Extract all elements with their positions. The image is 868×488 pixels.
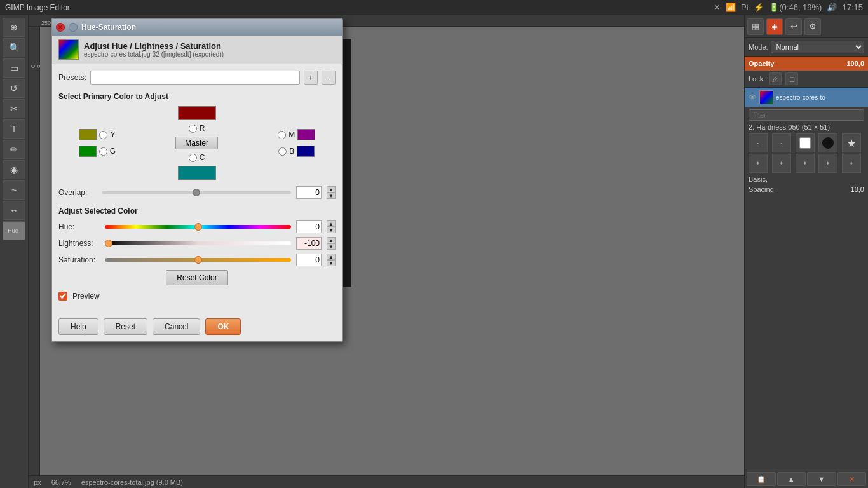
units-select[interactable]: px xyxy=(34,478,41,486)
hue-value[interactable]: 0 xyxy=(296,220,322,233)
left-toolbar: ⊕ 🔍 ▭ ↺ ✂ T ✏ ◉ ~ ↔ Hue- xyxy=(0,15,29,488)
dialog-close-btn[interactable]: ✕ xyxy=(56,23,65,32)
layers-icon-btn[interactable]: ▦ xyxy=(747,18,764,35)
adjust-selected-label: Adjust Selected Color xyxy=(58,207,336,215)
brush-cell-2[interactable]: · xyxy=(772,133,791,152)
dialog-body: Presets: + − Select Primary Color to Adj… xyxy=(52,64,342,315)
saturation-up-btn[interactable]: ▲ xyxy=(327,254,336,260)
b-swatch xyxy=(297,146,315,157)
lightness-value[interactable]: -100 xyxy=(296,237,322,250)
tool-pen[interactable]: ✏ xyxy=(3,140,25,159)
zoom-level[interactable]: 66,7% xyxy=(51,478,71,486)
close-icon[interactable]: ✕ xyxy=(714,3,721,12)
radio-y[interactable] xyxy=(99,131,107,139)
brush-cell-1[interactable]: · xyxy=(749,133,768,152)
ruler-vertical: 750 xyxy=(29,27,40,475)
presets-add-btn[interactable]: + xyxy=(304,71,318,85)
tool-crop[interactable]: ✂ xyxy=(3,99,25,118)
tool-zoom[interactable]: 🔍 xyxy=(3,38,25,57)
layer-delete-btn[interactable]: ✕ xyxy=(837,472,867,486)
tool-measure[interactable]: ↔ xyxy=(3,201,25,220)
spacing-label: Spacing xyxy=(749,186,774,193)
lightness-slider[interactable] xyxy=(105,241,291,245)
brush-name: 2. Hardness 050 (51 × 51) xyxy=(749,123,864,131)
opacity-value: 100,0 xyxy=(846,60,864,67)
tool-move[interactable]: ⊕ xyxy=(3,18,25,37)
master-button[interactable]: Master xyxy=(175,137,218,149)
primary-color-label: Select Primary Color to Adjust xyxy=(58,92,336,101)
secondary-color-swatch xyxy=(178,166,216,180)
brush-cell-7[interactable]: ✦ xyxy=(772,154,791,173)
tool-text[interactable]: T xyxy=(3,119,25,139)
layer-up-btn[interactable]: ▲ xyxy=(777,472,806,486)
lightness-spinner[interactable]: ▲ ▼ xyxy=(327,237,336,250)
radio-c[interactable] xyxy=(189,154,197,162)
opacity-label: Opacity xyxy=(749,60,774,67)
overlap-value[interactable]: 0 xyxy=(296,186,322,199)
tool-hue[interactable]: Hue- xyxy=(3,221,25,240)
m-swatch xyxy=(297,129,315,140)
preview-checkbox[interactable] xyxy=(58,292,67,301)
ok-button[interactable]: OK xyxy=(205,318,241,335)
overlap-slider[interactable] xyxy=(102,191,291,194)
time-display: 17:15 xyxy=(842,3,863,12)
overlap-up-btn[interactable]: ▲ xyxy=(327,186,336,193)
preview-row: Preview xyxy=(58,292,336,301)
brush-cell-8[interactable]: ✦ xyxy=(796,154,815,173)
hue-slider[interactable] xyxy=(105,225,291,229)
brush-cell-10[interactable]: ✦ xyxy=(842,154,861,173)
hue-row: Hue: 0 ▲ ▼ xyxy=(58,220,336,233)
layer-new-from-visible-btn[interactable]: 📋 xyxy=(747,472,776,486)
cancel-button[interactable]: Cancel xyxy=(153,318,200,335)
overlap-spinner[interactable]: ▲ ▼ xyxy=(327,186,336,199)
mode-select[interactable]: Normal xyxy=(771,41,864,53)
tool-smudge[interactable]: ~ xyxy=(3,180,25,200)
tool-fill[interactable]: ◉ xyxy=(3,160,25,179)
reset-button[interactable]: Reset xyxy=(104,318,147,335)
presets-input[interactable] xyxy=(90,71,300,85)
filter-input[interactable] xyxy=(749,109,864,121)
hue-spinner[interactable]: ▲ ▼ xyxy=(327,220,336,233)
radio-r[interactable] xyxy=(189,125,197,133)
opacity-bar[interactable]: Opacity 100,0 xyxy=(745,57,868,71)
presets-label: Presets: xyxy=(58,73,86,82)
saturation-value[interactable]: 0 xyxy=(296,254,322,266)
primary-color-swatch xyxy=(178,106,216,120)
brush-section: 2. Hardness 050 (51 × 51) · · ★ ✦ ✦ ✦ ✦ … xyxy=(745,107,868,470)
lock-pixels-btn[interactable]: 🖊 xyxy=(769,72,782,85)
brush-cell-3[interactable] xyxy=(796,133,815,152)
brush-cell-6[interactable]: ✦ xyxy=(749,154,768,173)
hue-down-btn[interactable]: ▼ xyxy=(327,227,336,233)
brush-cell-5[interactable]: ★ xyxy=(842,133,861,152)
reset-color-button[interactable]: Reset Color xyxy=(166,270,227,285)
dialog-minimize-btn[interactable] xyxy=(69,23,78,32)
lock-alpha-btn[interactable]: ◻ xyxy=(785,72,798,85)
overlap-down-btn[interactable]: ▼ xyxy=(327,193,336,199)
presets-remove-btn[interactable]: − xyxy=(322,71,336,85)
radio-b[interactable] xyxy=(278,147,287,156)
radio-m[interactable] xyxy=(278,131,286,139)
lightness-down-btn[interactable]: ▼ xyxy=(327,243,336,250)
lock-label: Lock: xyxy=(749,75,765,83)
hue-up-btn[interactable]: ▲ xyxy=(327,220,336,227)
tool-select-rect[interactable]: ▭ xyxy=(3,58,25,78)
saturation-down-btn[interactable]: ▼ xyxy=(327,260,336,266)
help-button[interactable]: Help xyxy=(58,318,98,335)
saturation-spinner[interactable]: ▲ ▼ xyxy=(327,254,336,266)
titlebar-icons: ✕ 📶 Pt ⚡ 🔋(0:46, 19%) 🔊 17:15 xyxy=(714,3,863,12)
layer-down-btn[interactable]: ▼ xyxy=(807,472,836,486)
hue-saturation-dialog: ✕ Hue-Saturation Adjust Hue / Lightness … xyxy=(51,18,343,342)
label-g: G xyxy=(110,147,116,156)
brush-cell-4[interactable] xyxy=(818,133,837,152)
brush-cell-9[interactable]: ✦ xyxy=(818,154,837,173)
saturation-slider[interactable] xyxy=(105,258,291,262)
colors-icon-btn[interactable]: ◈ xyxy=(766,18,783,35)
settings-icon-btn[interactable]: ⚙ xyxy=(804,18,821,35)
tool-rotate[interactable]: ↺ xyxy=(3,79,25,98)
undo-icon-btn[interactable]: ↩ xyxy=(785,18,802,35)
radio-g[interactable] xyxy=(99,147,107,156)
eye-icon[interactable]: 👁 xyxy=(749,93,757,102)
label-y: Y xyxy=(110,130,115,139)
lightness-up-btn[interactable]: ▲ xyxy=(327,237,336,243)
layer-row[interactable]: 👁 espectro-cores-to xyxy=(745,88,868,107)
